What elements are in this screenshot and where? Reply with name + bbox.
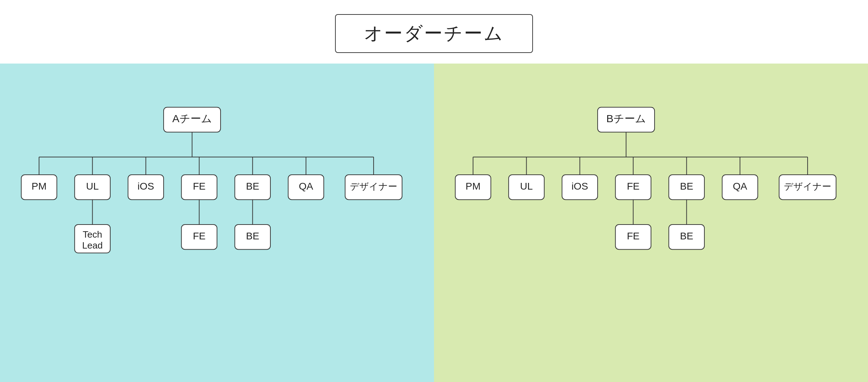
svg-text:BE: BE	[246, 230, 259, 241]
teams-container: Aチーム	[0, 64, 868, 382]
svg-text:デザイナー: デザイナー	[350, 181, 397, 192]
title-area: オーダーチーム	[335, 0, 533, 64]
svg-text:Aチーム: Aチーム	[172, 113, 212, 124]
team-a-section: Aチーム	[0, 64, 434, 382]
svg-text:PM: PM	[465, 180, 480, 192]
svg-text:FE: FE	[193, 230, 206, 241]
page: オーダーチーム Aチーム	[0, 0, 868, 382]
svg-text:Bチーム: Bチーム	[606, 113, 646, 124]
svg-text:BE: BE	[246, 180, 259, 192]
svg-text:iOS: iOS	[571, 180, 588, 192]
svg-text:Lead: Lead	[82, 240, 102, 251]
svg-text:UL: UL	[86, 180, 99, 192]
team-b-section: Bチーム PM UL	[434, 64, 868, 382]
team-a-chart: Aチーム	[14, 81, 420, 368]
page-title: オーダーチーム	[335, 14, 533, 53]
svg-text:UL: UL	[520, 180, 533, 192]
svg-text:BE: BE	[680, 180, 693, 192]
svg-text:QA: QA	[299, 180, 313, 192]
svg-text:FE: FE	[627, 230, 640, 241]
svg-text:PM: PM	[31, 180, 46, 192]
svg-text:デザイナー: デザイナー	[784, 181, 831, 192]
team-b-chart: Bチーム PM UL	[448, 81, 854, 368]
svg-text:FE: FE	[193, 180, 206, 192]
svg-text:BE: BE	[680, 230, 693, 241]
svg-text:FE: FE	[627, 180, 640, 192]
svg-text:Tech: Tech	[83, 229, 102, 240]
svg-text:QA: QA	[733, 180, 747, 192]
svg-text:iOS: iOS	[137, 180, 154, 192]
